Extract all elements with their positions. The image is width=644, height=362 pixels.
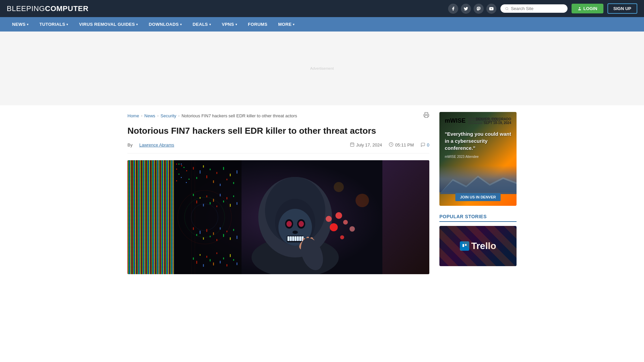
search-box[interactable] — [500, 4, 568, 13]
social-icons — [448, 4, 496, 14]
breadcrumb-separator: › — [178, 114, 180, 118]
breadcrumb-security[interactable]: Security — [161, 113, 176, 118]
search-input[interactable] — [511, 6, 563, 11]
hacker-illustration — [127, 160, 429, 274]
svg-rect-23 — [191, 160, 192, 274]
svg-rect-61 — [210, 236, 211, 237]
svg-point-111 — [340, 235, 344, 239]
svg-rect-30 — [200, 170, 201, 174]
svg-rect-97 — [292, 236, 294, 241]
site-logo[interactable]: BLEEPINGCOMPUTER — [7, 4, 89, 13]
chevron-down-icon: ▾ — [66, 23, 68, 26]
svg-point-92 — [299, 221, 304, 227]
nav-item-virus-removal[interactable]: VIRUS REMOVAL GUIDES ▾ — [74, 17, 144, 32]
article-image — [127, 160, 429, 274]
signup-button[interactable]: SIGN UP — [607, 3, 637, 14]
svg-rect-98 — [294, 236, 297, 241]
svg-rect-16 — [178, 164, 179, 165]
mountain-decoration — [439, 174, 517, 194]
svg-rect-83 — [236, 262, 237, 265]
article-area: Home › News › Security › Notorious FIN7 … — [127, 112, 429, 274]
svg-rect-64 — [220, 227, 221, 230]
svg-rect-57 — [196, 234, 197, 236]
svg-rect-43 — [196, 200, 197, 203]
svg-point-113 — [356, 194, 369, 207]
nav-item-vpns[interactable]: VPNS ▾ — [216, 17, 243, 32]
popular-stories-section: POPULAR STORIES Trello — [439, 214, 517, 266]
svg-rect-65 — [223, 234, 224, 237]
nav-item-downloads[interactable]: DOWNLOADS ▾ — [144, 17, 187, 32]
search-icon — [505, 7, 509, 11]
svg-point-112 — [326, 216, 332, 222]
svg-rect-37 — [223, 167, 224, 170]
ad-logo: mWISE — [445, 117, 466, 124]
nav-item-deals[interactable]: DEALS ▾ — [187, 17, 216, 32]
svg-rect-41 — [236, 170, 237, 174]
sidebar-ad[interactable]: mWISE MANDIANT WORLDWIDE INFORMATION SEC… — [439, 112, 517, 206]
nav-item-more[interactable]: MORE ▾ — [273, 17, 300, 32]
svg-rect-34 — [213, 180, 214, 183]
facebook-icon[interactable] — [448, 4, 458, 14]
svg-rect-3 — [425, 116, 428, 118]
svg-rect-54 — [233, 195, 234, 197]
svg-rect-63 — [216, 239, 217, 241]
svg-rect-79 — [223, 257, 224, 259]
breadcrumb: Home › News › Security › Notorious FIN7 … — [127, 112, 429, 119]
svg-rect-82 — [233, 259, 234, 261]
svg-rect-68 — [233, 229, 234, 231]
youtube-icon[interactable] — [486, 4, 496, 14]
svg-rect-53 — [230, 204, 231, 207]
popular-story-trello[interactable]: Trello — [439, 226, 517, 266]
article-meta: By Lawrence Abrams July 17, 2024 05:11 P… — [127, 142, 429, 154]
svg-rect-36 — [220, 184, 221, 186]
ad-attribution: mWISE 2023 Attendee — [445, 155, 511, 159]
svg-rect-32 — [206, 175, 207, 178]
nav-item-tutorials[interactable]: TUTORIALS ▾ — [34, 17, 74, 32]
svg-rect-77 — [216, 252, 217, 254]
svg-rect-66 — [226, 231, 227, 232]
twitter-icon[interactable] — [461, 4, 471, 14]
nav-item-news[interactable]: NEWS ▾ — [7, 17, 34, 32]
nav-item-forums[interactable]: FORUMS — [243, 17, 273, 32]
breadcrumb-home[interactable]: Home — [127, 113, 139, 118]
svg-rect-70 — [193, 257, 194, 260]
ad-cta-button[interactable]: JOIN US IN DENVER — [455, 193, 501, 201]
svg-rect-80 — [226, 264, 227, 266]
svg-rect-47 — [210, 202, 211, 204]
article-date: July 17, 2024 — [350, 142, 382, 148]
svg-point-107 — [335, 212, 342, 219]
svg-rect-49 — [216, 205, 217, 207]
svg-rect-100 — [299, 236, 301, 241]
svg-rect-14 — [181, 165, 182, 166]
comments-link[interactable]: 0 — [427, 142, 429, 147]
svg-rect-59 — [203, 237, 204, 240]
svg-rect-74 — [206, 256, 207, 258]
svg-rect-12 — [176, 169, 177, 170]
svg-rect-38 — [226, 179, 227, 180]
svg-rect-56 — [193, 227, 194, 230]
mastodon-icon[interactable] — [474, 4, 484, 14]
svg-point-93 — [292, 231, 298, 234]
chevron-down-icon: ▾ — [235, 23, 237, 26]
breadcrumb-news[interactable]: News — [144, 113, 155, 118]
article-time: 05:11 PM — [389, 142, 414, 148]
svg-rect-24 — [195, 160, 195, 274]
login-button[interactable]: LOGIN — [572, 4, 603, 13]
main-navigation: NEWS ▾ TUTORIALS ▾ VIRUS REMOVAL GUIDES … — [0, 17, 644, 32]
svg-rect-73 — [203, 264, 204, 267]
chevron-down-icon: ▾ — [180, 23, 182, 26]
svg-rect-42 — [193, 194, 194, 196]
logo-bold: COMPUTER — [45, 4, 89, 13]
author-link[interactable]: Lawrence Abrams — [139, 142, 174, 147]
author-by-label: By — [127, 142, 132, 147]
logo-regular: BLEEPING — [7, 4, 45, 13]
chevron-down-icon: ▾ — [209, 23, 211, 26]
svg-rect-35 — [216, 172, 217, 174]
sidebar: mWISE MANDIANT WORLDWIDE INFORMATION SEC… — [439, 112, 517, 274]
breadcrumb-current: Notorious FIN7 hackers sell EDR killer t… — [181, 113, 297, 118]
svg-rect-51 — [223, 200, 224, 202]
chevron-down-icon: ▾ — [136, 23, 138, 26]
print-icon[interactable] — [423, 112, 429, 119]
ad-quote: "Everything you could want in a cybersec… — [445, 130, 511, 152]
svg-rect-72 — [200, 254, 201, 256]
